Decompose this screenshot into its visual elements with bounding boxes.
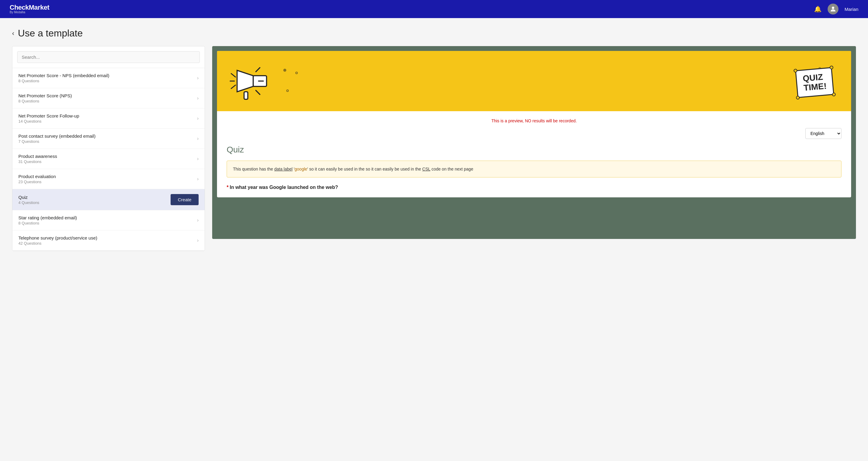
chevron-right-icon: ›	[197, 176, 198, 182]
template-item[interactable]: Quiz 4 Questions Create	[12, 189, 205, 210]
chevron-right-icon: ›	[197, 156, 198, 161]
template-questions: 31 Questions	[19, 159, 57, 164]
create-button[interactable]: Create	[170, 194, 198, 205]
svg-line-5	[256, 90, 260, 94]
chevron-right-icon: ›	[197, 95, 198, 101]
bell-icon[interactable]: 🔔	[814, 5, 822, 13]
question-text: In what year was Google launched on the …	[230, 185, 338, 190]
megaphone-icon	[229, 57, 277, 105]
template-item[interactable]: Product evaluation 23 Questions ›	[12, 169, 205, 189]
chevron-right-icon: ›	[197, 75, 198, 81]
question-label: *In what year was Google launched on the…	[227, 185, 841, 190]
info-csl: CSL	[422, 166, 430, 172]
info-text-after: code on the next page	[432, 166, 473, 172]
template-questions: 14 Questions	[19, 119, 79, 124]
template-name: Telephone survey (product/service use)	[19, 235, 97, 241]
quiz-banner: QUIZTIME!	[217, 51, 851, 111]
header-right: 🔔 Marian	[814, 4, 858, 14]
chevron-right-icon: ›	[197, 238, 198, 243]
avatar	[828, 4, 838, 14]
template-name: Product awareness	[19, 154, 57, 159]
header: CheckMarket By Medallia 🔔 Marian	[0, 0, 868, 18]
template-item[interactable]: Product awareness 31 Questions ›	[12, 149, 205, 169]
template-item[interactable]: Telephone survey (product/service use) 4…	[12, 230, 205, 251]
info-box: This question has the data label 'google…	[227, 161, 841, 178]
search-input[interactable]	[17, 51, 200, 63]
quiz-title: Quiz	[227, 145, 841, 155]
svg-point-0	[832, 7, 834, 9]
template-questions: 7 Questions	[19, 139, 96, 144]
logo: CheckMarket By Medallia	[10, 4, 49, 14]
template-name: Quiz	[19, 195, 39, 200]
info-text-middle: so it can easily be used in the	[366, 166, 422, 172]
back-button[interactable]: ‹	[12, 30, 14, 37]
lang-select-row: EnglishFrenchDutchGermanSpanish	[227, 128, 841, 139]
template-name: Product evaluation	[19, 174, 56, 179]
svg-line-3	[256, 68, 260, 72]
page: ‹ Use a template Net Promoter Score - NP…	[0, 18, 868, 260]
template-questions: 8 Questions	[19, 99, 72, 103]
template-item[interactable]: Star rating (embedded email) 8 Questions…	[12, 210, 205, 230]
template-questions: 8 Questions	[19, 79, 110, 83]
preview-body: This is a preview, NO results will be re…	[217, 111, 851, 197]
preview-inner: QUIZTIME! This is a preview, NO results …	[217, 51, 851, 197]
required-marker: *	[227, 185, 228, 190]
template-questions: 23 Questions	[19, 180, 56, 184]
page-header: ‹ Use a template	[12, 28, 856, 39]
template-questions: 4 Questions	[19, 201, 39, 205]
quiz-time-badge: QUIZTIME!	[795, 67, 834, 98]
user-name: Marian	[844, 7, 858, 12]
chevron-right-icon: ›	[197, 136, 198, 141]
page-title: Use a template	[18, 28, 83, 39]
template-panel: Net Promoter Score - NPS (embedded email…	[12, 46, 205, 251]
template-item[interactable]: Net Promoter Score Follow-up 14 Question…	[12, 109, 205, 129]
template-item[interactable]: Post contact survey (embedded email) 7 Q…	[12, 129, 205, 149]
chevron-right-icon: ›	[197, 116, 198, 121]
template-item[interactable]: Net Promoter Score (NPS) 8 Questions ›	[12, 88, 205, 109]
template-item[interactable]: Net Promoter Score - NPS (embedded email…	[12, 68, 205, 88]
chevron-right-icon: ›	[197, 218, 198, 223]
svg-rect-2	[244, 92, 248, 99]
svg-line-8	[231, 85, 236, 89]
template-name: Net Promoter Score Follow-up	[19, 113, 79, 118]
brand-name: CheckMarket	[10, 4, 49, 11]
brand-sub: By Medallia	[10, 11, 49, 14]
search-box	[12, 47, 205, 68]
template-name: Net Promoter Score (NPS)	[19, 93, 72, 98]
template-name: Star rating (embedded email)	[19, 215, 77, 220]
template-name: Net Promoter Score - NPS (embedded email…	[19, 73, 110, 78]
preview-notice: This is a preview, NO results will be re…	[227, 118, 841, 123]
quiz-time-text: QUIZTIME!	[802, 72, 827, 93]
template-name: Post contact survey (embedded email)	[19, 133, 96, 139]
preview-panel: QUIZTIME! This is a preview, NO results …	[212, 46, 856, 239]
template-list: Net Promoter Score - NPS (embedded email…	[12, 68, 205, 251]
template-questions: 8 Questions	[19, 221, 77, 225]
info-data-label: data label	[274, 166, 293, 172]
main-content: Net Promoter Score - NPS (embedded email…	[12, 46, 856, 251]
info-quote-close: ' so it can easily be used in the	[307, 166, 364, 172]
info-highlight: google	[294, 166, 307, 172]
template-questions: 42 Questions	[19, 241, 97, 246]
info-text-before: This question has the	[233, 166, 273, 172]
language-select[interactable]: EnglishFrenchDutchGermanSpanish	[805, 128, 841, 139]
svg-line-6	[231, 73, 236, 77]
